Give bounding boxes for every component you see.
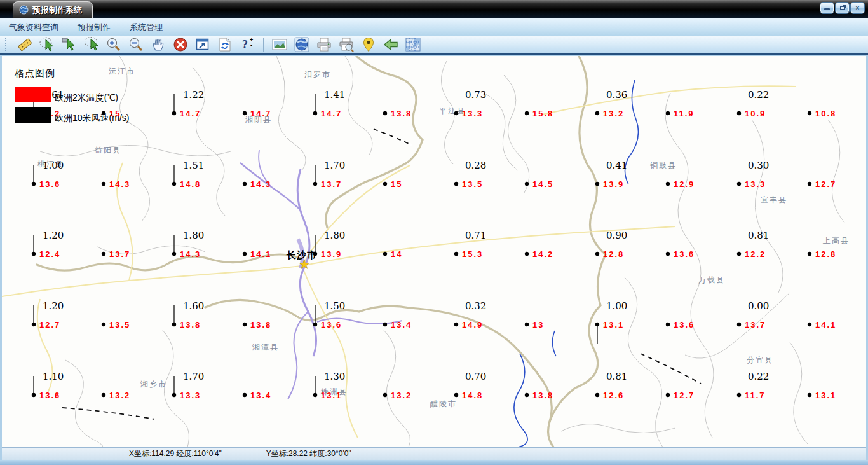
print-button[interactable] (314, 36, 334, 53)
minimize-button[interactable] (820, 3, 834, 13)
refresh-page-button[interactable] (215, 36, 235, 53)
toolbar-grip[interactable] (5, 38, 8, 51)
identify-zoom-button[interactable]: ?+- (237, 36, 257, 53)
grid-point: 14.31.80 (172, 230, 205, 259)
svg-text:15.3: 15.3 (462, 249, 483, 259)
print-preview-button[interactable] (336, 36, 356, 53)
svg-text:14.8: 14.8 (180, 179, 201, 189)
close-button[interactable]: × (851, 3, 864, 13)
grid-point: 11.70.22 (737, 371, 770, 400)
grid-point: 13.4 (243, 391, 272, 400)
pan-hand-button[interactable] (148, 36, 168, 53)
extent-window-icon (195, 37, 210, 52)
svg-text:12.8: 12.8 (815, 249, 836, 259)
svg-text:0.70: 0.70 (465, 371, 486, 382)
grid-point: 13.11.30 (313, 371, 346, 400)
svg-text:14.7: 14.7 (321, 109, 342, 118)
grid-point: 15 (383, 179, 403, 189)
svg-text:13.3: 13.3 (180, 391, 201, 400)
grid-point: 13.5 (102, 320, 131, 330)
zoom-in-button[interactable] (104, 36, 124, 53)
svg-text:0.90: 0.90 (606, 230, 627, 241)
svg-text:0.30: 0.30 (748, 160, 769, 171)
menu-weather-data-query[interactable]: 气象资料查询 (9, 22, 58, 33)
grid-tiles-icon (405, 37, 421, 52)
select-arrow-button[interactable] (59, 36, 79, 53)
map-area[interactable]: 沅江市汨罗市湘阴县平江县益阳县桃江县铜鼓县宜丰县上高县万载县长沙市湘潭县湘乡市株… (2, 56, 866, 447)
grid-point: 12.8 (808, 249, 837, 259)
grid-point: 13.90.41 (595, 160, 628, 189)
grid-tiles-button[interactable] (403, 36, 423, 53)
grid-point: 13.50.28 (454, 160, 487, 189)
select-lasso-button[interactable] (37, 36, 57, 53)
svg-text:12.8: 12.8 (603, 249, 624, 259)
svg-text:13.6: 13.6 (321, 320, 342, 330)
legend-row-wind: 欧洲10米风速(m/s) (15, 107, 164, 123)
railways (62, 129, 701, 419)
svg-text:14.1: 14.1 (250, 249, 271, 259)
grid-point: 13.6 (666, 320, 695, 330)
svg-text:1.50: 1.50 (324, 300, 345, 312)
close-icon: × (856, 4, 860, 11)
svg-text:1.80: 1.80 (183, 230, 204, 241)
grid-point: 10.8 (808, 109, 837, 118)
grid-point: 13.8 (383, 109, 412, 118)
menu-forecast-production[interactable]: 预报制作 (78, 22, 111, 33)
grid-point: 12.9 (666, 179, 695, 189)
grid-point: 13.8 (525, 391, 554, 400)
svg-text:13.1: 13.1 (321, 391, 342, 400)
menu-system-management[interactable]: 系统管理 (130, 22, 163, 33)
svg-text:15.8: 15.8 (532, 109, 553, 118)
image-export-button[interactable] (269, 36, 290, 53)
svg-text:12.4: 12.4 (39, 249, 60, 259)
svg-text:10.9: 10.9 (745, 109, 766, 118)
extent-window-button[interactable] (193, 36, 213, 53)
grid-point: 14.1 (243, 249, 272, 259)
back-arrow-button[interactable] (381, 36, 401, 53)
svg-text:1.70: 1.70 (324, 160, 345, 171)
svg-text:13.9: 13.9 (603, 179, 624, 189)
svg-text:0.00: 0.00 (748, 300, 769, 312)
locate-pin-button[interactable] (358, 36, 379, 53)
svg-text:13.8: 13.8 (180, 320, 201, 330)
svg-text:14.8: 14.8 (462, 391, 483, 400)
svg-text:13.1: 13.1 (603, 320, 624, 330)
select-dashed-button[interactable] (81, 36, 102, 53)
svg-text:1.51: 1.51 (183, 160, 204, 171)
measure-ruler-button[interactable] (15, 36, 35, 53)
svg-text:14.3: 14.3 (250, 179, 271, 189)
globe-view-icon (294, 37, 310, 52)
svg-text:1.30: 1.30 (324, 371, 345, 382)
svg-text:13.6: 13.6 (674, 249, 695, 259)
globe-view-button[interactable] (292, 36, 312, 53)
svg-text:0.22: 0.22 (748, 371, 769, 382)
stop-button[interactable] (170, 36, 191, 53)
city-label: 铜鼓县 (649, 161, 677, 170)
grid-point: 14.1 (808, 320, 837, 330)
app-tab[interactable]: 预报制作系统 (13, 1, 93, 18)
grid-point: 10.90.22 (737, 89, 770, 118)
zoom-out-button[interactable] (126, 36, 146, 53)
svg-text:13.6: 13.6 (674, 320, 695, 330)
status-bar: X坐标:114.29 经度:110°0'4" Y坐标:28.22 纬度:30°0… (2, 447, 866, 460)
grid-point: 12.71.20 (32, 300, 64, 330)
svg-text:13.8: 13.8 (391, 109, 412, 118)
grid-point: 13.8 (243, 320, 272, 330)
title-bar: 预报制作系统 × (0, 0, 868, 18)
svg-text:10.8: 10.8 (815, 109, 836, 118)
svg-text:1.00: 1.00 (606, 300, 627, 312)
svg-text:0.71: 0.71 (465, 230, 486, 241)
grid-point: 15.8 (525, 109, 554, 118)
svg-text:1.70: 1.70 (183, 371, 204, 382)
svg-text:13.1: 13.1 (815, 391, 836, 400)
restore-button[interactable] (836, 3, 849, 13)
svg-text:12.6: 12.6 (603, 391, 624, 400)
zoom-in-icon (106, 37, 121, 52)
grid-point: 14.80.70 (454, 371, 487, 400)
svg-text:0.41: 0.41 (606, 160, 627, 171)
svg-text:13.7: 13.7 (745, 320, 766, 330)
svg-text:12.7: 12.7 (815, 179, 836, 189)
grid-point: 12.20.81 (737, 230, 770, 259)
svg-text:1.00: 1.00 (43, 160, 64, 171)
grid-point: 14.3 (243, 179, 272, 189)
